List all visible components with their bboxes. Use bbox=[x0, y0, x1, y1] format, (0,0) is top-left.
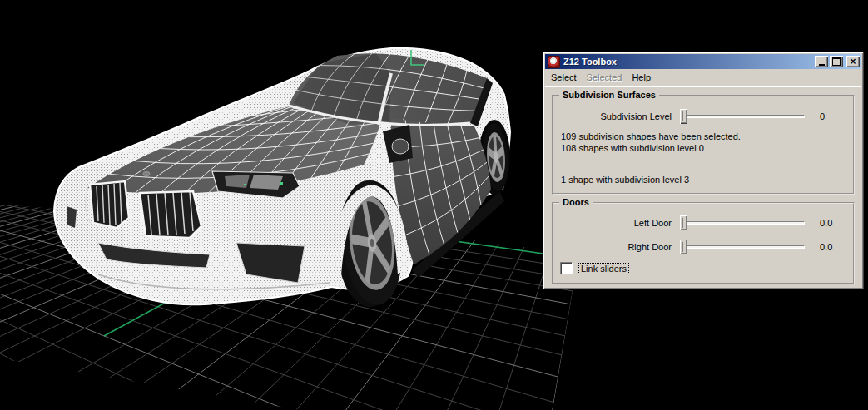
right-door-slider[interactable] bbox=[680, 239, 805, 255]
slider-thumb[interactable] bbox=[680, 240, 687, 254]
left-door-slider[interactable] bbox=[680, 215, 805, 231]
minimize-button[interactable] bbox=[815, 56, 828, 67]
link-sliders-row: Link sliders bbox=[560, 262, 629, 274]
slider-label: Left Door bbox=[553, 218, 672, 228]
group-title: Subdivision Surfaces bbox=[559, 90, 659, 100]
maximize-icon bbox=[832, 57, 841, 66]
maya-3d-viewport[interactable]: Z12 Toolbox × Select Selected Help Subdi… bbox=[0, 0, 868, 410]
slider-value: 0.0 bbox=[820, 218, 853, 228]
menu-help[interactable]: Help bbox=[627, 72, 656, 83]
menu-selected: Selected bbox=[582, 72, 627, 83]
group-subdivision-surfaces: Subdivision Surfaces Subdivision Level 0… bbox=[552, 95, 855, 195]
app-icon bbox=[548, 56, 560, 68]
link-sliders-checkbox[interactable] bbox=[560, 262, 573, 274]
menubar: Select Selected Help bbox=[546, 71, 861, 84]
car-wireframe-model bbox=[54, 48, 511, 309]
slider-thumb[interactable] bbox=[680, 109, 687, 124]
status-message: 109 subdivision shapes have been selecte… bbox=[561, 131, 741, 141]
slider-value: 0.0 bbox=[820, 242, 853, 252]
vertex-marker-icon bbox=[280, 182, 283, 185]
z12-toolbox-window[interactable]: Z12 Toolbox × Select Selected Help Subdi… bbox=[543, 52, 864, 289]
right-door-row: Right Door 0.0 bbox=[553, 239, 853, 255]
subdivision-level-row: Subdivision Level 0 bbox=[553, 108, 853, 125]
slider-track[interactable] bbox=[680, 245, 805, 249]
hood-washer-nozzle bbox=[143, 172, 150, 176]
slider-track[interactable] bbox=[680, 221, 805, 225]
slider-track[interactable] bbox=[680, 115, 805, 118]
menu-separator bbox=[545, 86, 861, 87]
group-doors: Doors Left Door 0.0 Right Door 0.0 L bbox=[552, 202, 855, 284]
slider-label: Subdivision Level bbox=[553, 111, 672, 121]
slider-label: Right Door bbox=[553, 242, 672, 252]
checkbox-label: Link sliders bbox=[578, 263, 629, 274]
status-message: 1 shape with subdivision level 3 bbox=[561, 175, 689, 185]
corner-vent bbox=[67, 206, 77, 228]
close-icon: × bbox=[850, 57, 856, 66]
group-title: Doors bbox=[559, 197, 593, 207]
left-door-row: Left Door 0.0 bbox=[553, 215, 853, 231]
slider-value: 0 bbox=[820, 111, 853, 121]
menu-select[interactable]: Select bbox=[546, 72, 582, 83]
subdivision-level-slider[interactable] bbox=[680, 108, 805, 125]
titlebar[interactable]: Z12 Toolbox × bbox=[545, 54, 861, 69]
kidney-grille-left bbox=[90, 181, 129, 228]
side-mirror bbox=[392, 139, 409, 154]
window-title: Z12 Toolbox bbox=[563, 57, 815, 67]
minimize-icon bbox=[819, 64, 825, 66]
maximize-button[interactable] bbox=[830, 56, 843, 67]
slider-thumb[interactable] bbox=[680, 215, 687, 230]
vertex-marker-icon bbox=[244, 184, 246, 185]
status-message: 108 shapes with subdivision level 0 bbox=[561, 143, 704, 153]
close-button[interactable]: × bbox=[846, 56, 860, 67]
kidney-grille-right bbox=[140, 191, 201, 238]
